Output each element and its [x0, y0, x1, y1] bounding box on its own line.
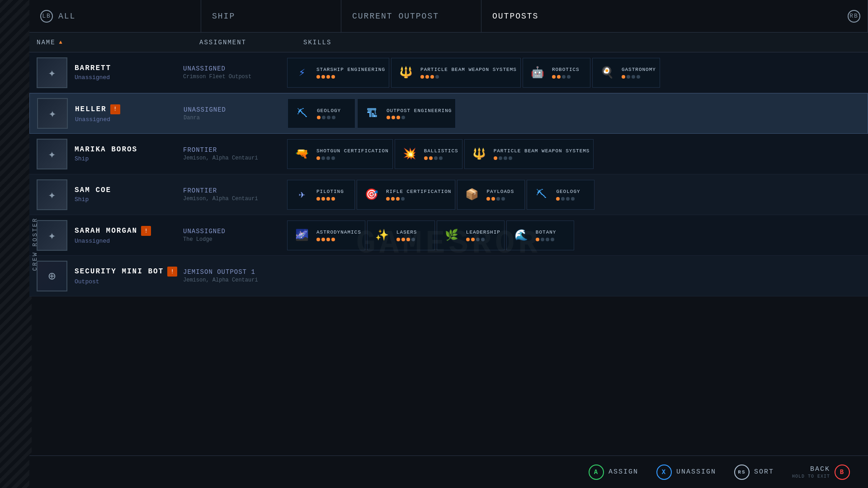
skill-details: GEOLOGY [317, 108, 351, 119]
action-bar: A ASSIGN X UNASSIGN RS SORT BACK HOLD TO… [29, 455, 868, 488]
skill-icon: ⚡ [291, 62, 313, 84]
assignment-status: UNASSIGNED [183, 228, 287, 235]
skill-dot [499, 156, 502, 160]
skill-details: PILOTING [316, 188, 351, 200]
skill-dot [392, 116, 395, 119]
crew-name: SARAH MORGAN [75, 227, 137, 235]
skill-dot [546, 238, 549, 241]
assignment-col: FRONTIER Jemison, Alpha Centauri [183, 146, 287, 161]
crew-avatar: ✦ [37, 220, 67, 251]
avatar-icon: ✦ [48, 187, 56, 202]
skill-details: STARSHIP ENGINEERING [316, 66, 385, 78]
skill-dot [632, 75, 635, 79]
skill-icon: 🏗 [361, 103, 383, 124]
skill-dots [316, 197, 351, 201]
avatar-icon: ✦ [48, 65, 56, 80]
back-label: BACK [810, 465, 830, 473]
skill-dot [326, 75, 330, 79]
skill-dot [491, 197, 495, 201]
skill-name: BOTANY [536, 229, 570, 235]
crew-row[interactable]: ✦ BARRETT Unassigned UNASSIGNED Crimson … [29, 52, 868, 93]
skill-item: 📦 PAYLOADS [457, 180, 525, 210]
crew-row[interactable]: ✦ SARAH MORGAN ! Unassigned UNASSIGNED T… [29, 215, 868, 256]
skill-icon: ⛏ [292, 103, 313, 124]
skill-dot [326, 197, 330, 201]
tab-current-outpost[interactable]: CURRENT OUTPOST [341, 0, 481, 32]
crew-avatar: ✦ [37, 57, 67, 88]
table-header: NAME ▲ ASSIGNMENT SKILLS [29, 33, 868, 52]
crew-row[interactable]: ✦ HELLER ! Unassigned UNASSIGNED Danra ⛏… [29, 93, 868, 134]
alert-icon: ! [141, 226, 151, 236]
unassign-button[interactable]: X [656, 465, 672, 480]
main-container: LB ALL SHIP CURRENT OUTPOST OUTPOSTS RB … [29, 0, 868, 488]
avatar-icon: ✦ [48, 228, 56, 243]
alert-icon: ! [167, 267, 177, 277]
rb-button[interactable]: RB [848, 10, 860, 23]
crew-info: SARAH MORGAN ! Unassigned [75, 226, 183, 244]
skill-item: 🔱 PARTICLE BEAM WEAPON SYSTEMS [464, 139, 594, 169]
back-sub-label: HOLD TO EXIT [792, 474, 830, 479]
skill-details: PARTICLE BEAM WEAPON SYSTEMS [420, 66, 517, 78]
skill-dot [557, 75, 561, 79]
skill-dots [556, 197, 590, 201]
skill-name: PARTICLE BEAM WEAPON SYSTEMS [494, 148, 590, 154]
skill-dot [316, 238, 320, 241]
crew-info: SAM COE Ship [75, 186, 183, 203]
crew-subtitle: Unassigned [75, 74, 183, 81]
name-alert-row: HELLER ! [75, 104, 184, 114]
skill-dot [562, 75, 566, 79]
name-alert-row: SAM COE [75, 186, 183, 194]
skills-col: 🔫 SHOTGUN CERTIFICATION 💥 BALLISTICS 🔱 P… [287, 139, 861, 169]
skill-dot [622, 75, 625, 79]
assignment-status: UNASSIGNED [184, 106, 288, 113]
avatar-icon: ✦ [48, 146, 56, 162]
skill-name: GASTRONOMY [622, 66, 656, 73]
skill-details: SHOTGUN CERTIFICATION [316, 148, 389, 160]
tab-outposts[interactable]: OUTPOSTS RB [481, 0, 868, 32]
skill-dot [331, 197, 335, 201]
alert-icon: ! [110, 104, 120, 114]
skill-name: PAYLOADS [486, 188, 521, 195]
skill-details: ASTRODYNAMICS [316, 229, 361, 241]
back-action: BACK HOLD TO EXIT B [792, 465, 850, 480]
tab-all[interactable]: LB ALL [29, 0, 201, 32]
skills-col: ✈ PILOTING 🎯 RIFLE CERTIFICATION 📦 PAYLO… [287, 180, 861, 210]
skill-icon: ⛏ [531, 184, 552, 206]
skill-dot [331, 238, 335, 241]
assign-label: ASSIGN [609, 468, 638, 476]
assignment-col: UNASSIGNED Danra [184, 106, 288, 121]
skill-item: 🎯 RIFLE CERTIFICATION [357, 180, 455, 210]
skill-dots [424, 156, 458, 160]
skill-icon: 🌊 [510, 225, 532, 246]
assign-button[interactable]: A [589, 465, 604, 480]
col-assignment-header: ASSIGNMENT [199, 39, 303, 46]
sort-button[interactable]: RS [734, 465, 750, 480]
crew-row[interactable]: ✦ SAM COE Ship FRONTIER Jemison, Alpha C… [29, 174, 868, 215]
lb-button[interactable]: LB [40, 10, 53, 23]
skill-dot [401, 238, 405, 241]
skill-dot [321, 75, 325, 79]
assignment-location: Jemison, Alpha Centauri [183, 155, 287, 161]
crew-table: gamesror NAME ▲ ASSIGNMENT SKILLS ✦ BARR… [29, 33, 868, 455]
skill-name: OUTPOST ENGINEERING [387, 108, 452, 114]
skill-dot [556, 197, 560, 201]
skill-dot [541, 238, 544, 241]
crew-info: BARRETT Unassigned [75, 64, 183, 81]
skill-item: 🔱 PARTICLE BEAM WEAPON SYSTEMS [391, 58, 521, 88]
crew-row[interactable]: ✦ MARIKA BOROS Ship FRONTIER Jemison, Al… [29, 134, 868, 174]
name-alert-row: SECURITY MINI BOT ! [75, 267, 183, 277]
sort-action: RS SORT [734, 465, 774, 480]
nav-bar: LB ALL SHIP CURRENT OUTPOST OUTPOSTS RB [29, 0, 868, 33]
assignment-location: The Lodge [183, 236, 287, 243]
skill-icon: ✈ [291, 184, 313, 206]
skill-icon: 🔱 [395, 62, 417, 84]
skill-dot [566, 197, 570, 201]
crew-name: BARRETT [75, 64, 111, 72]
skill-item: 💥 BALLISTICS [395, 139, 462, 169]
skill-dot [466, 238, 470, 241]
tab-ship[interactable]: SHIP [201, 0, 341, 32]
skill-dot [331, 75, 335, 79]
assignment-col: UNASSIGNED The Lodge [183, 228, 287, 243]
back-button[interactable]: B [835, 465, 850, 480]
crew-row[interactable]: ⊕ SECURITY MINI BOT ! Outpost JEMISON OU… [29, 256, 868, 296]
